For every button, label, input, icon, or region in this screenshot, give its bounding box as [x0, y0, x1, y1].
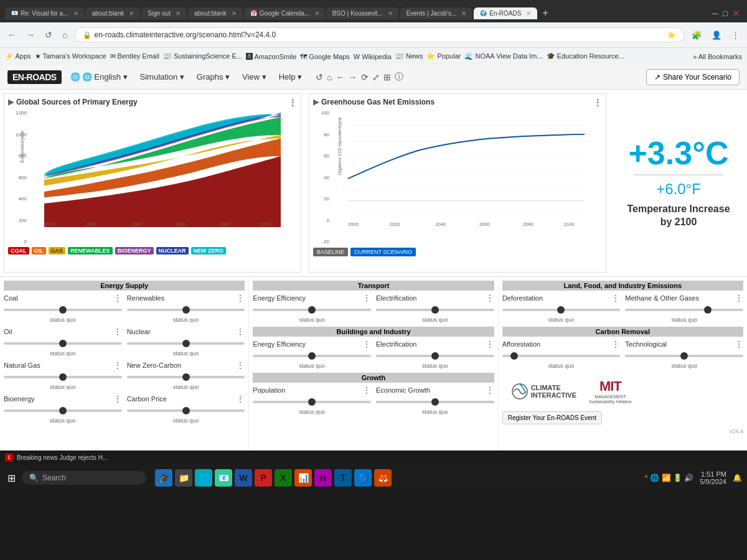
carbon-price-handle[interactable] — [182, 407, 190, 414]
legend-oil[interactable]: OIL — [32, 247, 46, 254]
coal-slider[interactable] — [4, 304, 122, 315]
natgas-handle[interactable] — [59, 373, 67, 381]
renewables-menu[interactable]: ⋮ — [236, 293, 245, 303]
taskbar-app-7[interactable]: X — [275, 469, 292, 487]
buildings-electrification-slider[interactable] — [376, 350, 494, 362]
maximize-icon[interactable]: □ — [723, 9, 728, 18]
population-slider[interactable] — [253, 396, 371, 408]
taskbar-app-12[interactable]: 🦊 — [374, 469, 392, 487]
buildings-electrification-handle[interactable] — [431, 352, 439, 360]
graphs-button[interactable]: Graphs ▾ — [193, 70, 233, 83]
buildings-efficiency-menu[interactable]: ⋮ — [362, 339, 371, 349]
transport-efficiency-menu[interactable]: ⋮ — [362, 293, 371, 303]
taskbar-app-9[interactable]: N — [314, 469, 332, 487]
bookmark-2[interactable]: ✉ Bentley Email — [110, 52, 159, 60]
economic-growth-slider[interactable] — [376, 396, 494, 408]
help-button[interactable]: Help ▾ — [275, 70, 306, 83]
taskbar-app-1[interactable]: 🎓 — [155, 469, 172, 487]
bookmark-8[interactable]: ⭐ Popular — [426, 52, 461, 60]
legend-renewables[interactable]: RENEWABLES — [68, 247, 113, 254]
bookmark-6[interactable]: W Wikipedia — [354, 53, 392, 60]
nav-back-icon[interactable]: ← — [336, 72, 345, 82]
new-zero-carbon-menu[interactable]: ⋮ — [236, 360, 245, 370]
bioenergy-handle[interactable] — [59, 407, 67, 414]
bookmark-apps[interactable]: ⚡ Apps — [5, 52, 31, 60]
legend-nuclear[interactable]: NUCLEAR — [156, 247, 189, 254]
tab-close-3[interactable]: ✕ — [176, 10, 181, 17]
tab-4[interactable]: about:blank ✕ — [188, 7, 243, 19]
natgas-slider[interactable] — [4, 371, 122, 383]
bookmark-1[interactable]: ★ Tamara's Workspace — [35, 52, 106, 60]
view-button[interactable]: View ▾ — [238, 70, 270, 83]
chart2-expand-icon[interactable]: ▶ — [313, 98, 319, 106]
bookmark-5[interactable]: 🗺 Google Maps — [300, 53, 349, 60]
economic-growth-menu[interactable]: ⋮ — [486, 385, 494, 395]
new-tab-button[interactable]: + — [538, 7, 552, 19]
transport-electrification-slider[interactable] — [376, 304, 494, 315]
back-button[interactable]: ← — [5, 29, 19, 41]
taskbar-app-5[interactable]: W — [235, 469, 252, 487]
chart1-expand-icon[interactable]: ▶ — [8, 98, 14, 106]
deforestation-slider[interactable] — [502, 304, 621, 315]
buildings-efficiency-slider[interactable] — [253, 350, 371, 362]
buildings-efficiency-handle[interactable] — [308, 352, 316, 360]
tab-close-5[interactable]: ✕ — [314, 10, 319, 17]
bookmark-3[interactable]: 📰 SustainingScience E... — [163, 52, 242, 60]
tab-close-1[interactable]: ✕ — [73, 10, 78, 17]
tab-5[interactable]: 📅 Google Calenda... ✕ — [244, 7, 325, 19]
bookmark-7[interactable]: 📰 News — [395, 52, 423, 60]
legend-coal[interactable]: COAL — [8, 247, 29, 254]
start-button[interactable]: ⊞ — [5, 470, 18, 487]
chart1-menu-icon[interactable]: ⋮ — [288, 98, 297, 108]
taskbar-app-8[interactable]: 📊 — [294, 469, 312, 487]
nuclear-handle[interactable] — [182, 340, 190, 347]
legend-new-zero[interactable]: NEW ZERO — [191, 247, 227, 254]
technological-handle[interactable] — [680, 352, 688, 360]
population-menu[interactable]: ⋮ — [362, 385, 371, 395]
afforestation-menu[interactable]: ⋮ — [611, 339, 620, 349]
transport-efficiency-slider[interactable] — [253, 304, 371, 315]
new-zero-carbon-slider[interactable] — [127, 371, 245, 383]
minimize-icon[interactable]: ─ — [712, 9, 718, 18]
economic-growth-handle[interactable] — [431, 398, 439, 406]
extensions-icon[interactable]: 🧩 — [689, 30, 704, 40]
home-icon[interactable]: ⌂ — [327, 72, 332, 82]
tab-3[interactable]: Sign out ✕ — [141, 7, 187, 19]
chart2-menu-icon[interactable]: ⋮ — [593, 98, 602, 108]
renewables-handle[interactable] — [182, 306, 190, 314]
share-button[interactable]: ↗ Share Your Scenario — [646, 69, 740, 85]
nav-forward-icon[interactable]: → — [349, 72, 357, 82]
taskbar-app-3[interactable]: 🌐 — [195, 469, 212, 487]
register-button[interactable]: Register Your En-ROADS Event — [502, 411, 602, 424]
coal-menu[interactable]: ⋮ — [113, 293, 122, 303]
forward-button[interactable]: → — [24, 29, 37, 41]
afforestation-handle[interactable] — [510, 352, 518, 360]
tab-close-6[interactable]: ✕ — [388, 10, 393, 17]
close-icon[interactable]: ✕ — [733, 9, 740, 18]
address-bar[interactable]: 🔒 en-roads.climateinteractive.org/scenar… — [75, 27, 684, 42]
notification-icon[interactable]: 🔔 — [733, 474, 742, 482]
tab-7[interactable]: Events | Jacob's... ✕ — [400, 7, 473, 19]
tab-1[interactable]: 📧 Re: Visual for a... ✕ — [5, 7, 85, 19]
taskbar-app-4[interactable]: 📧 — [215, 469, 232, 487]
methane-menu[interactable]: ⋮ — [735, 293, 743, 303]
profile-icon[interactable]: 👤 — [709, 30, 724, 40]
natgas-menu[interactable]: ⋮ — [113, 360, 122, 370]
population-handle[interactable] — [308, 398, 316, 406]
info-icon[interactable]: ⓘ — [395, 72, 403, 83]
renewables-slider[interactable] — [127, 304, 245, 315]
bioenergy-menu[interactable]: ⋮ — [113, 394, 122, 404]
technological-slider[interactable] — [625, 350, 743, 362]
oil-menu[interactable]: ⋮ — [113, 327, 122, 337]
taskbar-app-2[interactable]: 📁 — [175, 469, 192, 487]
carbon-price-slider[interactable] — [127, 405, 245, 416]
transport-electrification-menu[interactable]: ⋮ — [486, 293, 494, 303]
simulation-button[interactable]: Simulation ▾ — [136, 70, 188, 83]
technological-menu[interactable]: ⋮ — [735, 339, 743, 349]
tab-close-7[interactable]: ✕ — [461, 10, 466, 17]
menu-icon[interactable]: ⋮ — [729, 30, 742, 40]
reload-button[interactable]: ↺ — [42, 29, 55, 41]
coal-handle[interactable] — [59, 306, 67, 314]
tab-2[interactable]: about:blank ✕ — [86, 7, 141, 19]
new-zero-carbon-handle[interactable] — [182, 373, 190, 381]
